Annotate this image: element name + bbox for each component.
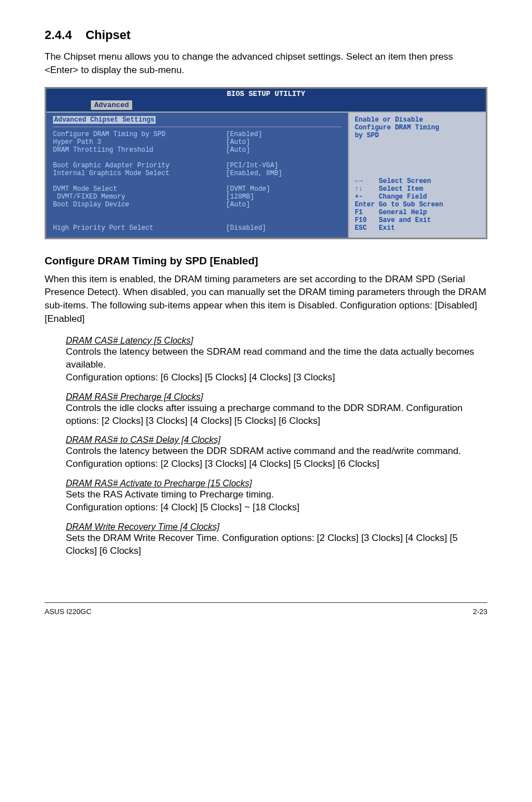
config-dram-para: When this item is enabled, the DRAM timi…: [45, 273, 487, 326]
section-title-text: Chipset: [85, 28, 130, 42]
help-line3: by SPD: [355, 132, 480, 139]
bios-help-panel: Enable or Disable Configure DRAM Timing …: [349, 113, 486, 238]
section-number: 2.4.4: [45, 28, 72, 42]
dram-subitem: DRAM RAS# to CAS# Delay [4 Clocks]Contro…: [66, 435, 487, 471]
bios-setting-value: [Enabled]: [226, 131, 341, 138]
section-description: The Chipset menu allows you to change th…: [45, 50, 487, 77]
bios-keyhelp-row: F10 Save and Exit: [355, 216, 480, 224]
bios-setting-value: [226, 216, 341, 224]
bios-setting-label: [53, 209, 226, 216]
bios-setting-value: [DVMT Mode]: [226, 185, 341, 193]
subitem-body: Sets the RAS Activate timing to Precharg…: [66, 489, 487, 514]
bios-divider: [53, 127, 341, 127]
subitem-body: Controls the latency between the SDRAM r…: [66, 346, 487, 384]
bios-setting-value: [Auto]: [226, 201, 341, 209]
bios-setting-label: [53, 216, 226, 224]
bios-setting-label: DVMT Mode Select: [53, 185, 226, 193]
bios-setting-label: Configure DRAM Timing by SPD: [53, 131, 226, 138]
bios-menubar: Advanced: [46, 99, 486, 112]
bios-setting-row[interactable]: Internal Graphics Mode Select[Enabled, 8…: [53, 170, 341, 177]
bios-setting-value: [Auto]: [226, 146, 341, 154]
bios-setting-label: DVMT/FIXED Memory: [53, 193, 226, 201]
subitem-title: DRAM RAS# Precharge [4 Clocks]: [66, 392, 487, 402]
bios-setting-row[interactable]: DVMT/FIXED Memory[128MB]: [53, 193, 341, 201]
subitem-body: Controls the idle clocks after issuing a…: [66, 402, 487, 428]
footer-left: ASUS I220GC: [45, 607, 91, 616]
bios-setting-label: Hyper Path 3: [53, 138, 226, 146]
bios-setting-label: Boot Display Device: [53, 201, 226, 209]
bios-body: Advanced Chipset Settings Configure DRAM…: [46, 112, 486, 238]
dram-subitem: DRAM RAS# Precharge [4 Clocks]Controls t…: [66, 392, 487, 428]
subitem-body: Sets the DRAM Write Recover Time. Config…: [66, 532, 487, 558]
bios-help-text: Enable or Disable Configure DRAM Timing …: [355, 116, 480, 139]
bios-keyhelp-row: +- Change Field: [355, 193, 480, 201]
bios-setting-row[interactable]: DVMT Mode Select[DVMT Mode]: [53, 185, 341, 193]
bios-setting-value: [128MB]: [226, 193, 341, 201]
dram-subitem: DRAM Write Recovery Time [4 Clocks]Sets …: [66, 522, 487, 558]
bios-setting-label: [53, 154, 226, 162]
bios-setting-value: [226, 209, 341, 216]
bios-keyhelp-row: Enter Go to Sub Screen: [355, 201, 480, 209]
subitems: DRAM CAS# Latency [5 Clocks]Controls the…: [45, 336, 487, 558]
bios-left-panel: Advanced Chipset Settings Configure DRAM…: [46, 113, 349, 238]
bios-setting-row: [53, 209, 341, 216]
bios-title: BIOS SETUP UTILITY: [46, 89, 486, 99]
bios-setup-window: BIOS SETUP UTILITY Advanced Advanced Chi…: [45, 87, 487, 239]
bios-setting-value: [226, 177, 341, 185]
bios-panel-heading: Advanced Chipset Settings: [53, 116, 341, 125]
bios-setting-value: [PCI/Int-VGA]: [226, 162, 341, 170]
bios-setting-value: [Enabled, 8MB]: [226, 170, 341, 177]
bios-setting-label: High Priority Port Select: [53, 224, 226, 232]
subitem-title: DRAM RAS# to CAS# Delay [4 Clocks]: [66, 435, 487, 445]
bios-setting-label: Internal Graphics Mode Select: [53, 170, 226, 177]
section-heading: 2.4.4 Chipset: [45, 28, 487, 42]
bios-setting-row[interactable]: Boot Graphic Adapter Priority[PCI/Int-VG…: [53, 162, 341, 170]
bios-setting-value: [Disabled]: [226, 224, 341, 232]
footer-right: 2-23: [473, 607, 487, 616]
bios-keyhelp: ←→ Select Screen↑↓ Select Item+- Change …: [355, 177, 480, 232]
bios-setting-row: [53, 177, 341, 185]
dram-subitem: DRAM CAS# Latency [5 Clocks]Controls the…: [66, 336, 487, 384]
subitem-body: Controls the latency between the DDR SDR…: [66, 445, 487, 471]
subitem-title: DRAM Write Recovery Time [4 Clocks]: [66, 522, 487, 532]
bios-keyhelp-row: F1 General Help: [355, 209, 480, 216]
bios-setting-label: [53, 177, 226, 185]
help-line1: Enable or Disable: [355, 116, 480, 124]
config-dram-heading: Configure DRAM Timing by SPD [Enabled]: [45, 255, 487, 267]
bios-setting-row[interactable]: High Priority Port Select[Disabled]: [53, 224, 341, 232]
bios-setting-row[interactable]: Boot Display Device[Auto]: [53, 201, 341, 209]
page-footer: ASUS I220GC 2-23: [45, 602, 487, 616]
bios-setting-row[interactable]: Hyper Path 3[Auto]: [53, 138, 341, 146]
bios-rows: Configure DRAM Timing by SPD[Enabled]Hyp…: [53, 131, 341, 232]
bios-keyhelp-row: ↑↓ Select Item: [355, 185, 480, 193]
dram-subitem: DRAM RAS# Activate to Precharge [15 Cloc…: [66, 479, 487, 514]
subitem-title: DRAM CAS# Latency [5 Clocks]: [66, 336, 487, 346]
bios-keyhelp-row: ESC Exit: [355, 224, 480, 232]
bios-tab-advanced[interactable]: Advanced: [91, 100, 132, 110]
bios-setting-row: [53, 216, 341, 224]
bios-setting-row[interactable]: Configure DRAM Timing by SPD[Enabled]: [53, 131, 341, 138]
help-line2: Configure DRAM Timing: [355, 124, 480, 132]
bios-setting-value: [226, 154, 341, 162]
bios-setting-label: DRAM Throttling Threshold: [53, 146, 226, 154]
bios-setting-label: Boot Graphic Adapter Priority: [53, 162, 226, 170]
bios-setting-row[interactable]: DRAM Throttling Threshold[Auto]: [53, 146, 341, 154]
bios-setting-row: [53, 154, 341, 162]
bios-keyhelp-row: ←→ Select Screen: [355, 177, 480, 185]
bios-setting-value: [Auto]: [226, 138, 341, 146]
subitem-title: DRAM RAS# Activate to Precharge [15 Cloc…: [66, 479, 487, 489]
